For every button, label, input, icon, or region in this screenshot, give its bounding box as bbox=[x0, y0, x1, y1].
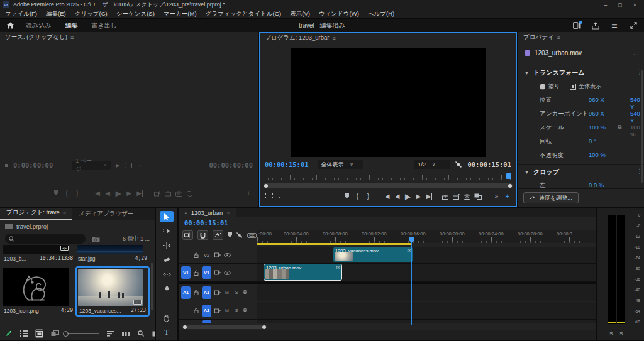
program-add-marker-icon[interactable] bbox=[341, 191, 352, 202]
maximize-button[interactable]: □ bbox=[618, 2, 621, 8]
crop-section-header[interactable]: ▼クロップ bbox=[525, 168, 559, 176]
program-play-button[interactable]: ▶ bbox=[402, 191, 413, 202]
automate-to-sequence-icon[interactable] bbox=[122, 331, 130, 337]
search-bin-icon[interactable] bbox=[92, 235, 100, 242]
program-zoom-scrollbar[interactable] bbox=[264, 183, 513, 188]
program-lift-icon[interactable] bbox=[442, 194, 453, 200]
v1-toggle-visibility-icon[interactable] bbox=[224, 271, 231, 275]
track-select-forward-tool[interactable] bbox=[160, 225, 174, 237]
icon-view-icon[interactable] bbox=[35, 329, 43, 338]
panel-menu-icon[interactable]: ☰ bbox=[610, 22, 619, 30]
project-writable-icon[interactable] bbox=[5, 330, 13, 337]
home-icon[interactable] bbox=[6, 21, 14, 30]
thumbnail-zoom-slider[interactable] bbox=[67, 333, 99, 334]
position-x-value[interactable]: 960 X bbox=[589, 96, 604, 103]
program-extract-icon[interactable] bbox=[453, 194, 464, 200]
a1-track-target[interactable]: A1 bbox=[202, 286, 211, 299]
source-panel-menu-icon[interactable]: ≡ bbox=[70, 35, 74, 41]
project-scrollbar[interactable] bbox=[151, 263, 153, 310]
source-sync-icon[interactable] bbox=[186, 191, 197, 197]
project-item-selected[interactable]: ↔ 1203_vacances... 27:23 bbox=[75, 266, 150, 317]
source-zoom-icon[interactable]: ↔ bbox=[137, 162, 143, 168]
v1-track-target[interactable]: V1 bbox=[202, 266, 211, 279]
clip-more-options-icon[interactable]: … bbox=[633, 50, 639, 57]
a1-mute-button[interactable]: M bbox=[224, 290, 230, 295]
a1-source-patch[interactable]: A1 bbox=[181, 286, 191, 299]
source-step-back-icon[interactable]: ◀ bbox=[103, 188, 113, 199]
rotation-value[interactable]: 0 ° bbox=[589, 138, 596, 144]
clip-1203-urban[interactable]: 1203_urban.movfx bbox=[264, 264, 341, 280]
workspaces-icon[interactable] bbox=[572, 22, 581, 30]
timeline-ruler[interactable]: :00:00 00:00:04:00 00:00:08:00 00:00:12:… bbox=[257, 230, 596, 243]
anchor-x-value[interactable]: 960 X bbox=[589, 110, 604, 117]
program-resolution-select[interactable]: 1/2∨ bbox=[414, 160, 450, 169]
v2-source-patch-empty[interactable] bbox=[181, 249, 191, 261]
source-mark-in-icon[interactable]: { bbox=[62, 188, 72, 199]
program-mark-out-icon[interactable]: } bbox=[363, 191, 374, 202]
program-comparison-view-icon[interactable] bbox=[474, 193, 485, 200]
v2-sync-lock-icon[interactable] bbox=[214, 252, 221, 257]
source-goto-out-icon[interactable]: ▶ bbox=[135, 188, 145, 199]
source-play-button[interactable]: ▶ bbox=[113, 188, 124, 199]
program-playhead-marker[interactable] bbox=[506, 173, 511, 179]
menu-sequence[interactable]: シーケンス(S) bbox=[116, 10, 155, 18]
linked-selection-icon[interactable] bbox=[213, 230, 223, 240]
position-y-value[interactable]: 540 Y bbox=[630, 96, 640, 110]
source-overwrite-icon[interactable] bbox=[165, 191, 175, 197]
program-seek-ruler[interactable] bbox=[264, 174, 513, 180]
meter-solo-left-button[interactable]: S bbox=[609, 331, 613, 337]
scale-x-value[interactable]: 100 % bbox=[589, 124, 606, 131]
program-goto-out-icon[interactable]: ▶ bbox=[424, 191, 435, 202]
source-step-forward-icon[interactable]: ▶ bbox=[124, 188, 135, 199]
scale-link-icon[interactable]: ⧉ bbox=[618, 124, 621, 131]
a2-source-patch-empty[interactable] bbox=[181, 305, 191, 317]
program-zoom-select[interactable]: 全体表示∨ bbox=[318, 160, 363, 169]
meter-solo-right-button[interactable]: S bbox=[619, 331, 623, 337]
menu-window[interactable]: ウィンドウ(W) bbox=[319, 10, 359, 18]
a1-voiceover-record-icon[interactable] bbox=[243, 290, 247, 296]
a2-sync-lock-icon[interactable] bbox=[214, 308, 221, 313]
source-page-select[interactable]: 1 ページ∨ bbox=[72, 161, 111, 170]
a2-mute-button[interactable]: M bbox=[224, 308, 230, 313]
a1-lock-icon[interactable] bbox=[194, 290, 199, 295]
v2-toggle-visibility-icon[interactable] bbox=[224, 253, 231, 257]
a2-solo-button[interactable]: S bbox=[233, 308, 240, 313]
a2-track-target[interactable]: A2 bbox=[202, 305, 211, 317]
menu-marker[interactable]: マーカー(M) bbox=[164, 10, 197, 18]
v1-source-patch[interactable]: V1 bbox=[181, 266, 191, 279]
search-input[interactable] bbox=[5, 234, 86, 244]
program-goto-in-icon[interactable]: ◀ bbox=[381, 191, 392, 202]
transform-section-header[interactable]: ▼トランスフォーム bbox=[525, 68, 585, 77]
project-item[interactable]: +|+ 1203_b... 10:34:11338 bbox=[3, 245, 74, 262]
close-button[interactable]: × bbox=[633, 2, 636, 8]
sort-icon[interactable] bbox=[107, 331, 114, 337]
fullscreen-icon[interactable] bbox=[629, 22, 638, 30]
properties-scrollbar[interactable] bbox=[641, 70, 643, 183]
a1-sync-lock-icon[interactable] bbox=[214, 290, 221, 295]
tab-edit[interactable]: 編集 bbox=[65, 21, 77, 30]
timeline-panel-menu-icon[interactable]: ≡ bbox=[226, 210, 230, 216]
a1-track-lane[interactable] bbox=[257, 284, 596, 301]
close-sequence-icon[interactable]: × bbox=[184, 210, 187, 215]
captions-icon[interactable]: CC bbox=[247, 233, 257, 238]
tab-media-browser[interactable]: メディアブラウザー bbox=[72, 208, 140, 220]
program-safe-margins-chevron-icon[interactable]: ⌄ bbox=[274, 191, 285, 202]
menu-edit[interactable]: 編集(E) bbox=[46, 10, 66, 18]
program-export-frame-icon[interactable] bbox=[464, 194, 474, 200]
menu-help[interactable]: ヘルプ(H) bbox=[368, 10, 394, 18]
pen-tool[interactable] bbox=[160, 283, 174, 295]
project-panel-menu-icon[interactable]: ≡ bbox=[63, 210, 66, 216]
source-export-frame-icon[interactable] bbox=[175, 191, 186, 197]
program-button-editor-icon[interactable]: + bbox=[502, 191, 513, 202]
find-icon[interactable] bbox=[138, 330, 144, 337]
source-goto-in-icon[interactable]: ◀ bbox=[92, 188, 103, 199]
timeline-settings-wrench-icon[interactable] bbox=[236, 232, 243, 239]
tab-project[interactable]: プロジェクト: trave≡ bbox=[0, 208, 72, 220]
crop-left-value[interactable]: 0.0 % bbox=[589, 181, 604, 188]
source-add-marker-icon[interactable] bbox=[51, 188, 62, 199]
menu-view[interactable]: 表示(V) bbox=[290, 10, 310, 18]
source-mark-out-icon[interactable]: } bbox=[72, 188, 83, 199]
adjust-speed-button[interactable]: 速度を調整... bbox=[523, 192, 579, 203]
tab-export[interactable]: 書き出し bbox=[91, 21, 116, 30]
fill-button[interactable]: 塗り bbox=[540, 82, 560, 90]
